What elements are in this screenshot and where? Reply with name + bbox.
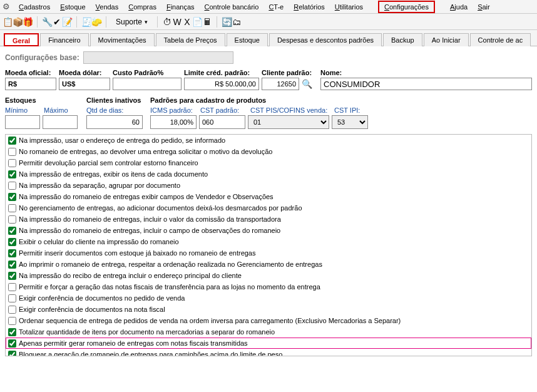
cst-input[interactable] xyxy=(199,115,245,129)
wrench-icon[interactable]: 🔧 xyxy=(42,17,52,27)
piscofins-select[interactable]: 01 xyxy=(248,115,329,129)
archive-icon[interactable]: 🗂 xyxy=(232,17,242,27)
tab-backup[interactable]: Backup xyxy=(383,33,422,46)
option-label: Permitir e forçar a geração das notas fi… xyxy=(19,282,320,292)
tabs: GeralFinanceiroMovimentaçõesTabela de Pr… xyxy=(0,30,537,46)
option-checkbox[interactable] xyxy=(8,148,16,156)
option-label: No romaneio de entregas, ao devolver uma… xyxy=(19,147,272,157)
note-icon[interactable]: 📝 xyxy=(62,17,72,27)
menu-item-ct-e[interactable]: CT-e xyxy=(263,2,289,12)
tab-movimentações[interactable]: Movimentações xyxy=(90,33,155,46)
option-checkbox[interactable] xyxy=(8,170,16,178)
option-checkbox[interactable] xyxy=(8,182,16,190)
estoques-min-label: Mínimo xyxy=(5,106,40,114)
option-checkbox[interactable] xyxy=(8,317,16,325)
tab-ao-iniciar[interactable]: Ao Iniciar xyxy=(424,33,469,46)
ipi-label: CST IPI: xyxy=(334,106,369,114)
tab-despesas-e-descontos-padrões[interactable]: Despesas e descontos padrões xyxy=(269,33,382,46)
content: Configurações base: Moeda oficial: Moeda… xyxy=(0,46,537,361)
check-icon[interactable]: ✔ xyxy=(52,17,62,27)
erase-icon[interactable]: 🧽 xyxy=(91,17,101,27)
estoques-title: Estoques xyxy=(5,96,79,104)
menu-item-cadastros[interactable]: Cadastros xyxy=(14,2,55,12)
option-checkbox[interactable] xyxy=(8,249,16,257)
clipboard-icon[interactable]: 📋 xyxy=(3,17,13,27)
box-icon[interactable]: 📦 xyxy=(13,17,23,27)
option-checkbox[interactable] xyxy=(8,193,16,201)
tab-financeiro[interactable]: Financeiro xyxy=(40,33,88,46)
inativos-qtd-input[interactable] xyxy=(86,115,143,129)
option-label: Na impressão da separação, agrupar por d… xyxy=(19,180,180,190)
custo-padrao-input[interactable] xyxy=(113,78,182,90)
doc-icon[interactable]: 📄 xyxy=(192,17,202,27)
option-checkbox[interactable] xyxy=(8,328,16,336)
nome-input[interactable] xyxy=(320,78,532,90)
option-row: Permitir inserir documentos com estoque … xyxy=(6,247,531,259)
estoques-max-input[interactable] xyxy=(43,115,78,129)
menu-item-controle-bancário[interactable]: Controle bancário xyxy=(200,2,264,12)
config-base-combo[interactable] xyxy=(83,51,233,64)
estoques-min-input[interactable] xyxy=(5,115,40,129)
option-row: Exibir o celular do cliente na impressão… xyxy=(6,236,531,247)
suporte-dropdown[interactable]: Suporte ▾ xyxy=(111,16,153,28)
option-row: Bloquear a geração de romaneio de entreg… xyxy=(6,349,531,356)
option-checkbox[interactable] xyxy=(8,159,16,167)
receipt-icon[interactable]: 🧾 xyxy=(81,17,91,27)
option-row: No romaneio de entregas, ao devolver uma… xyxy=(6,146,531,157)
tab-geral[interactable]: Geral xyxy=(4,33,39,46)
menu-item-utilitarios[interactable]: Utilitarios xyxy=(330,2,368,12)
menu-item-estoque[interactable]: Estoque xyxy=(55,2,90,12)
option-checkbox[interactable] xyxy=(8,137,16,145)
menu-item-ajuda[interactable]: Ajuda xyxy=(445,2,473,12)
inativos-qtd-label: Qtd de dias: xyxy=(86,106,143,114)
moeda-dolar-input[interactable] xyxy=(59,78,110,90)
option-checkbox[interactable] xyxy=(8,351,16,357)
excel-icon[interactable]: X xyxy=(182,17,192,27)
custo-padrao-label: Custo Padrão% xyxy=(113,69,182,76)
cliente-padrao-input[interactable] xyxy=(262,78,299,90)
icms-input[interactable] xyxy=(150,115,197,129)
calc-icon[interactable]: 🖩 xyxy=(202,17,212,27)
option-checkbox[interactable] xyxy=(8,294,16,302)
option-label: Na impressão, usar o endereço de entrega… xyxy=(19,135,225,145)
menu-item-sair[interactable]: Sair xyxy=(473,2,495,12)
search-icon[interactable]: 🔍 xyxy=(300,79,314,89)
option-checkbox[interactable] xyxy=(8,306,16,314)
limite-credito-input[interactable] xyxy=(184,78,259,90)
option-checkbox[interactable] xyxy=(8,283,16,291)
clock-icon[interactable]: ⏱ xyxy=(162,17,172,27)
cst-label: CST padrão: xyxy=(200,106,247,114)
option-checkbox[interactable] xyxy=(8,260,16,269)
option-checkbox[interactable] xyxy=(8,204,16,212)
moeda-oficial-input[interactable] xyxy=(5,78,56,90)
menu-item-configurações[interactable]: Configurações xyxy=(378,1,435,13)
menu-item-finanças[interactable]: Finanças xyxy=(161,2,200,12)
options-list: Na impressão, usar o endereço de entrega… xyxy=(5,134,532,356)
refresh-icon[interactable]: 🔄 xyxy=(222,17,232,27)
toolbar: 📋📦🎁 🔧✔📝 🧾🧽 Suporte ▾ ⏱WX📄🖩 🔄🗂 xyxy=(0,14,537,30)
option-label: No gerenciamento de entregas, ao adicion… xyxy=(19,203,302,213)
menu-item-relatórios[interactable]: Relatórios xyxy=(289,2,330,12)
ipi-select[interactable]: 53 xyxy=(332,115,368,129)
option-row: Ao imprimir o romaneio de entrega, respe… xyxy=(6,259,531,270)
option-checkbox[interactable] xyxy=(8,339,16,348)
option-row: No gerenciamento de entregas, ao adicion… xyxy=(6,202,531,214)
tab-controle-de-ac[interactable]: Controle de ac xyxy=(470,33,531,46)
option-label: Na impressão do romaneio de entregas exi… xyxy=(19,192,274,202)
option-row: Na impressão do recibo de entrega inclui… xyxy=(6,270,531,281)
tab-tabela-de-preços[interactable]: Tabela de Preços xyxy=(156,33,225,46)
menu-item-vendas[interactable]: Vendas xyxy=(91,2,124,12)
option-row: Na impressão do romaneio de entregas, in… xyxy=(6,225,531,236)
menu-item-compras[interactable]: Compras xyxy=(123,2,161,12)
word-icon[interactable]: W xyxy=(172,17,182,27)
nome-label: Nome: xyxy=(320,69,532,76)
option-checkbox[interactable] xyxy=(8,215,16,224)
option-checkbox[interactable] xyxy=(8,227,16,235)
option-row: Na impressão do romaneio de entregas, in… xyxy=(6,214,531,225)
option-label: Bloquear a geração de romaneio de entreg… xyxy=(19,349,282,356)
config-base-label: Configurações base: xyxy=(5,53,79,62)
gift-icon[interactable]: 🎁 xyxy=(23,17,33,27)
option-checkbox[interactable] xyxy=(8,272,16,280)
tab-estoque[interactable]: Estoque xyxy=(227,33,268,46)
option-checkbox[interactable] xyxy=(8,238,16,246)
